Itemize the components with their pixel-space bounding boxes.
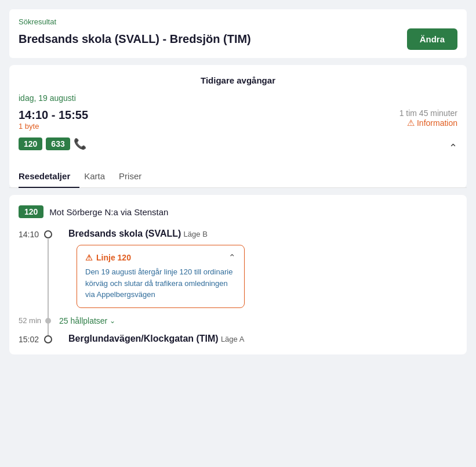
- intermediate-time: 52 min: [19, 316, 44, 325]
- start-stop-sublabel: Läge B: [184, 230, 208, 238]
- search-label: Sökresultat: [19, 17, 457, 26]
- end-stop-info: Berglundavägen/Klockgatan (TIM) Läge A: [68, 334, 244, 344]
- alert-chevron-icon[interactable]: ⌃: [228, 252, 236, 263]
- information-label: Information: [417, 118, 457, 128]
- badges-row: 120 633 📞: [19, 137, 86, 150]
- start-stop-name: Bredsands skola (SVALL): [68, 229, 181, 238]
- stops-count-label: 25 hållplatser: [59, 316, 107, 325]
- information-link[interactable]: ⚠ Information: [399, 118, 457, 128]
- alert-wrapper: ⚠ Linje 120 ⌃ Den 19 augusti återgår lin…: [60, 245, 457, 308]
- andra-button[interactable]: Ändra: [407, 28, 457, 50]
- intermediate-row: 52 min 25 hållplatser ⌄: [19, 316, 457, 325]
- trip-time-range: 14:10 - 15:55: [19, 108, 88, 122]
- start-stop-info: Bredsands skola (SVALL) Läge B: [68, 229, 208, 239]
- intermediate-dot: [45, 318, 51, 324]
- end-stop-time: 15:02: [19, 334, 44, 344]
- leg-direction: Mot Sörberge N:a via Stenstan: [49, 207, 168, 217]
- alert-header: ⚠ Linje 120 ⌃: [85, 252, 236, 263]
- header-section: Sökresultat Bredsands skola (SVALL) - Br…: [9, 9, 467, 58]
- tab-priser[interactable]: Priser: [119, 165, 151, 188]
- date-label: idag, 19 augusti: [19, 93, 457, 103]
- alert-title-text: Linje 120: [96, 253, 131, 262]
- tabs-row: Resedetaljer Karta Priser: [9, 165, 467, 188]
- tab-karta[interactable]: Karta: [84, 165, 114, 188]
- intermediate-stops-button[interactable]: 25 hållplatser ⌄: [59, 316, 115, 325]
- route-title: Bredsands skola (SVALL) - Bredsjön (TIM): [19, 32, 407, 46]
- badge-120: 120: [19, 137, 42, 150]
- start-stop-row: 14:10 Bredsands skola (SVALL) Läge B: [19, 229, 457, 239]
- badge-633: 633: [46, 137, 70, 150]
- trip-transfer: 1 byte: [19, 122, 88, 131]
- end-stop-circle: [44, 335, 52, 343]
- end-stop-name: Berglundavägen/Klockgatan (TIM): [68, 334, 219, 343]
- trip-header-row: 14:10 - 15:55 1 byte 1 tim 45 minuter ⚠ …: [19, 108, 457, 135]
- alert-warning-icon: ⚠: [85, 253, 93, 262]
- leg-badge: 120: [19, 205, 43, 218]
- details-section: 120 Mot Sörberge N:a via Stenstan 14:10 …: [9, 195, 467, 354]
- alert-box: ⚠ Linje 120 ⌃ Den 19 augusti återgår lin…: [77, 245, 245, 308]
- alert-text: Den 19 augusti återgår linje 120 till or…: [85, 266, 236, 301]
- start-stop-time: 14:10: [19, 229, 44, 239]
- section-title: Tidigare avgångar: [19, 75, 457, 85]
- trip-meta: 1 tim 45 minuter ⚠ Information: [399, 108, 457, 128]
- warning-icon: ⚠: [407, 118, 415, 128]
- header-row: Bredsands skola (SVALL) - Bredsjön (TIM)…: [19, 28, 457, 50]
- phone-icon: 📞: [74, 137, 86, 150]
- chevron-down-icon: ⌄: [110, 317, 115, 325]
- trips-card: Tidigare avgångar idag, 19 augusti 14:10…: [9, 65, 467, 188]
- end-stop-sublabel: Läge A: [221, 335, 245, 343]
- tab-resedetaljer[interactable]: Resedetaljer: [19, 165, 79, 188]
- timeline-container: 14:10 Bredsands skola (SVALL) Läge B ⚠ L…: [19, 229, 457, 344]
- alert-title: ⚠ Linje 120: [85, 253, 131, 262]
- leg-header: 120 Mot Sörberge N:a via Stenstan: [19, 205, 457, 218]
- trip-time: 14:10 - 15:55 1 byte: [19, 108, 88, 135]
- start-stop-circle: [44, 230, 52, 238]
- page-wrapper: Sökresultat Bredsands skola (SVALL) - Br…: [0, 0, 476, 467]
- trip-duration: 1 tim 45 minuter: [399, 108, 457, 118]
- chevron-up-icon[interactable]: ⌃: [449, 142, 457, 154]
- end-stop-row: 15:02 Berglundavägen/Klockgatan (TIM) Lä…: [19, 334, 457, 344]
